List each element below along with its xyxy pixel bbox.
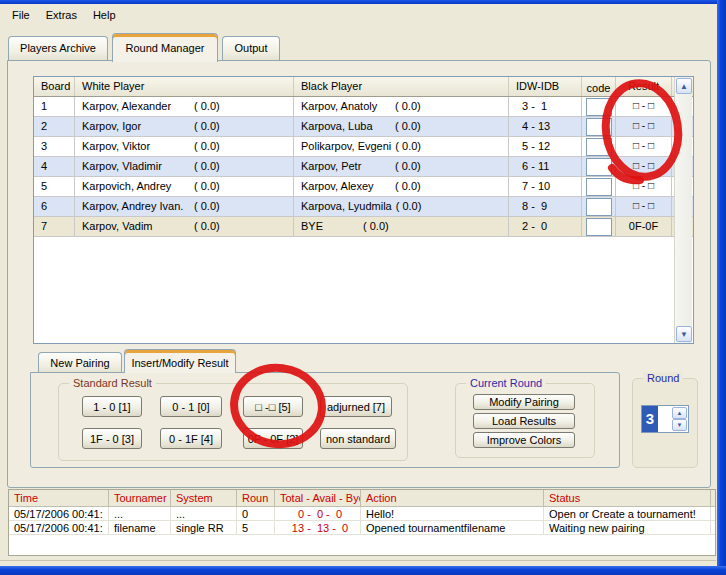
pairing-table: Board White Player Black Player IDW-IDB … bbox=[33, 76, 694, 344]
table-row[interactable]: 4 Karpov, Vladimir( 0.0) Karpov, Petr( 0… bbox=[34, 157, 693, 177]
round-spinner[interactable]: 3 ▲ ▼ bbox=[641, 405, 689, 433]
log-total: 0 - 0 - 0 bbox=[275, 507, 361, 520]
white-player-cell: Karpov, Vadim( 0.0) bbox=[75, 217, 294, 236]
log-col-time: Time bbox=[9, 490, 109, 506]
result-cell[interactable]: 0F-0F bbox=[616, 217, 672, 236]
tab-new-pairing[interactable]: New Pairing bbox=[38, 352, 122, 373]
menu-extras[interactable]: Extras bbox=[38, 6, 85, 24]
player-name: Karpov, Vadim bbox=[82, 220, 194, 232]
log-time: 05/17/2006 00:41: bbox=[9, 507, 109, 520]
round-value[interactable]: 3 bbox=[642, 406, 658, 432]
log-row: 05/17/2006 00:41: filename single RR 5 1… bbox=[9, 521, 715, 535]
col-header-idw-idb: IDW-IDB bbox=[509, 77, 582, 96]
tab-output[interactable]: Output bbox=[222, 36, 280, 61]
log-col-tournament: Tournamer bbox=[109, 490, 171, 506]
black-player-cell: Polikarpov, Evgeni( 0.0) bbox=[294, 137, 509, 156]
result-button-0f-0f[interactable]: 0F - 0F [2] bbox=[243, 428, 303, 449]
player-name: Karpova, Lyudmila bbox=[301, 200, 396, 212]
result-cell[interactable]: □ - □ bbox=[616, 157, 672, 176]
board-cell: 2 bbox=[34, 117, 75, 136]
log-tournament: filename bbox=[109, 521, 171, 534]
result-button-1-0[interactable]: 1 - 0 [1] bbox=[82, 396, 142, 417]
log-round: 0 bbox=[237, 507, 275, 520]
log-action: Opened tournamentfilename bbox=[361, 521, 544, 534]
round-label: Round bbox=[643, 372, 683, 384]
result-cell[interactable]: □ - □ bbox=[616, 137, 672, 156]
player-score: ( 0.0) bbox=[363, 220, 389, 232]
window-border-right bbox=[717, 0, 726, 575]
scrollbar-down-arrow-icon[interactable]: ▼ bbox=[676, 326, 692, 342]
result-button-adjourned[interactable]: adjurned [7] bbox=[320, 396, 392, 417]
log-row: 05/17/2006 00:41: ... ... 0 0 - 0 - 0 He… bbox=[9, 507, 715, 521]
table-row[interactable]: 2 Karpov, Igor( 0.0) Karpova, Luba( 0.0)… bbox=[34, 117, 693, 137]
code-input[interactable] bbox=[586, 198, 612, 216]
player-score: ( 0.0) bbox=[194, 180, 220, 192]
result-cell[interactable]: □ - □ bbox=[616, 177, 672, 196]
table-row[interactable]: 5 Karpovich, Andrey( 0.0) Karpov, Alexey… bbox=[34, 177, 693, 197]
board-cell: 1 bbox=[34, 97, 75, 116]
menu-help[interactable]: Help bbox=[85, 6, 124, 24]
white-player-cell: Karpov, Igor( 0.0) bbox=[75, 117, 294, 136]
log-col-total: Total - Avail - Bye bbox=[275, 490, 361, 506]
col-header-board: Board bbox=[34, 77, 75, 96]
result-cell[interactable]: □ - □ bbox=[616, 117, 672, 136]
table-row[interactable]: 6 Karpov, Andrey Ivan.( 0.0) Karpova, Ly… bbox=[34, 197, 693, 217]
board-cell: 7 bbox=[34, 217, 75, 236]
improve-colors-button[interactable]: Improve Colors bbox=[473, 432, 575, 448]
tab-round-manager[interactable]: Round Manager bbox=[112, 33, 218, 62]
black-player-cell: Karpova, Luba( 0.0) bbox=[294, 117, 509, 136]
table-row[interactable]: 3 Karpov, Viktor( 0.0) Polikarpov, Evgen… bbox=[34, 137, 693, 157]
result-cell[interactable]: □ - □ bbox=[616, 197, 672, 216]
white-player-cell: Karpov, Vladimir( 0.0) bbox=[75, 157, 294, 176]
menu-file[interactable]: File bbox=[4, 6, 38, 24]
modify-pairing-button[interactable]: Modify Pairing bbox=[473, 394, 575, 410]
tab-insert-modify-result[interactable]: Insert/Modify Result bbox=[124, 349, 236, 373]
col-header-black-player: Black Player bbox=[294, 77, 509, 96]
tab-players-archive[interactable]: Players Archive bbox=[8, 36, 108, 61]
result-button-1f-0[interactable]: 1F - 0 [3] bbox=[82, 428, 142, 449]
result-button-0-1f[interactable]: 0 - 1F [4] bbox=[160, 428, 222, 449]
statusbar-divider bbox=[0, 560, 716, 561]
table-row[interactable]: 1 Karpov, Alexander( 0.0) Karpov, Anatol… bbox=[34, 97, 693, 117]
result-button-draw[interactable]: □ -□ [5] bbox=[243, 396, 303, 417]
code-input[interactable] bbox=[586, 218, 612, 236]
code-cell bbox=[582, 197, 616, 216]
player-score: ( 0.0) bbox=[395, 120, 421, 132]
log-table: Time Tournamer System Roun Total - Avail… bbox=[8, 489, 716, 556]
log-col-action: Action bbox=[361, 490, 544, 506]
spin-down-icon[interactable]: ▼ bbox=[672, 419, 687, 431]
code-input[interactable] bbox=[586, 178, 612, 196]
round-spin-buttons: ▲ ▼ bbox=[672, 407, 687, 431]
black-player-cell: Karpov, Petr( 0.0) bbox=[294, 157, 509, 176]
player-name: Karpov, Vladimir bbox=[82, 160, 194, 172]
pairing-table-header: Board White Player Black Player IDW-IDB … bbox=[34, 77, 693, 97]
scrollbar-up-arrow-icon[interactable]: ▲ bbox=[676, 78, 692, 94]
code-input[interactable] bbox=[586, 138, 612, 156]
load-results-button[interactable]: Load Results bbox=[473, 413, 575, 429]
log-total: 13 - 13 - 0 bbox=[275, 521, 361, 534]
player-score: ( 0.0) bbox=[194, 160, 220, 172]
table-row-bye[interactable]: 7 Karpov, Vadim( 0.0) BYE( 0.0) 2 - 0 0F… bbox=[34, 217, 693, 237]
round-group: Round 3 ▲ ▼ bbox=[632, 378, 698, 468]
log-system: single RR bbox=[171, 521, 237, 534]
code-input[interactable] bbox=[586, 158, 612, 176]
result-button-non-standard[interactable]: non standard bbox=[320, 428, 396, 449]
log-tournament: ... bbox=[109, 507, 171, 520]
result-cell[interactable]: □ - □ bbox=[616, 97, 672, 116]
vertical-scrollbar[interactable]: ▲ ▼ bbox=[674, 77, 692, 343]
spin-up-icon[interactable]: ▲ bbox=[672, 407, 687, 419]
log-table-header: Time Tournamer System Roun Total - Avail… bbox=[9, 490, 715, 507]
code-input[interactable] bbox=[586, 98, 612, 116]
code-input[interactable] bbox=[586, 118, 612, 136]
result-button-0-1[interactable]: 0 - 1 [0] bbox=[160, 396, 222, 417]
code-cell bbox=[582, 217, 616, 236]
log-system: ... bbox=[171, 507, 237, 520]
idw-idb-cell: 6 - 11 bbox=[509, 157, 582, 176]
player-score: ( 0.0) bbox=[395, 100, 421, 112]
log-col-system: System bbox=[171, 490, 237, 506]
white-player-cell: Karpov, Viktor( 0.0) bbox=[75, 137, 294, 156]
log-col-status: Status bbox=[544, 490, 711, 506]
player-score: ( 0.0) bbox=[194, 120, 220, 132]
player-name: Karpovich, Andrey bbox=[82, 180, 194, 192]
board-cell: 6 bbox=[34, 197, 75, 216]
